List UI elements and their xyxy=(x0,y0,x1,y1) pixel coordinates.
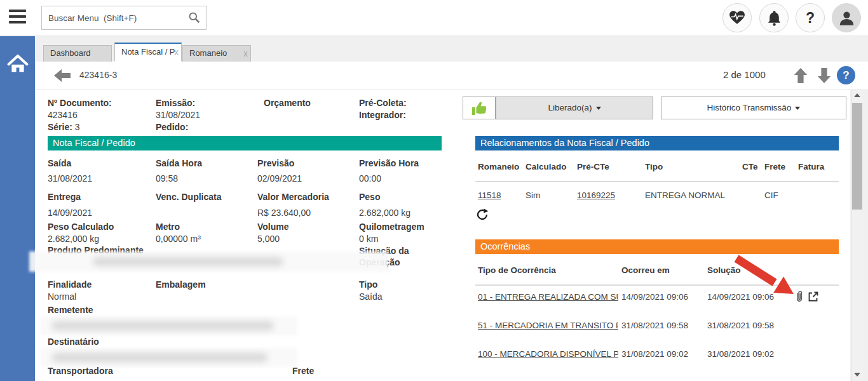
field-value: R$ 23.640,00 xyxy=(257,208,311,218)
user-profile-button[interactable] xyxy=(832,3,861,32)
annotation-arrow xyxy=(728,251,801,300)
occurrence-type-link[interactable]: 100 - MERCADORIA DISPONÍVEL PAR xyxy=(478,349,618,359)
user-avatar-icon xyxy=(838,10,855,27)
section-header-nota-fiscal: Nota Fiscal / Pedido xyxy=(48,136,442,150)
chevron-down-icon xyxy=(795,107,800,110)
scroll-up-arrow-icon[interactable] xyxy=(854,93,860,97)
field-value: 31/08/2021 xyxy=(156,110,200,120)
column-header: Ocorreu em xyxy=(621,265,670,275)
field-label: Orçamento xyxy=(264,98,311,108)
open-external-link-icon[interactable] xyxy=(808,291,819,302)
tab-close-icon[interactable]: X xyxy=(243,46,248,62)
field-value: 02/09/2021 xyxy=(257,173,302,184)
occurred-at-value: 14/09/2021 09:06 xyxy=(621,292,688,302)
field-value: 2.682,000 kg xyxy=(48,234,99,244)
home-icon xyxy=(6,53,29,74)
field-label: Saída xyxy=(48,158,71,168)
status-label: Liberado(a) xyxy=(548,103,592,112)
field-value: 2.682,000 kg xyxy=(359,208,410,218)
field-value: 5,000 xyxy=(257,234,280,244)
field-label: Nº Documento: xyxy=(48,98,112,108)
solution-at-value: 31/08/2021 09:02 xyxy=(707,349,774,359)
column-header: Pré-CTe xyxy=(577,162,609,171)
column-header: Fatura xyxy=(798,162,824,171)
occurrence-type-link[interactable]: 01 - ENTREGA REALIZADA COM SUC xyxy=(478,292,618,302)
occurred-at-value: 31/08/2021 09:58 xyxy=(621,321,688,330)
field-value: Normal xyxy=(48,291,76,302)
next-record-arrow-icon[interactable] xyxy=(817,68,832,83)
field-label: Peso xyxy=(359,192,380,202)
related-info-panel: Liberado(a) Histórico Transmissão Relaci… xyxy=(463,97,850,381)
thumbs-up-icon xyxy=(471,100,488,117)
tab-label: Nota Fiscal / P xyxy=(121,47,175,57)
frete-value: CIF xyxy=(764,190,778,200)
help-button[interactable]: ? xyxy=(796,3,825,32)
record-counter: 2 de 1000 xyxy=(723,69,766,80)
vertical-scrollbar[interactable] xyxy=(851,89,863,381)
field-label: Frete xyxy=(292,366,314,376)
back-arrow-icon[interactable] xyxy=(54,69,71,82)
tab-bar: Dashboard Nota Fiscal / P X Romaneio X xyxy=(35,36,868,62)
prev-record-arrow-icon[interactable] xyxy=(793,68,808,83)
column-header: Calculado xyxy=(526,162,567,171)
tab-close-icon[interactable]: X xyxy=(174,44,179,61)
field-label: Emissão: xyxy=(156,98,195,108)
refresh-icon[interactable] xyxy=(476,208,489,221)
transmission-history-dropdown-button[interactable]: Histórico Transmissão xyxy=(661,97,846,119)
redacted-remetente-value xyxy=(40,316,297,335)
redacted-produto-value xyxy=(29,251,388,272)
field-value: 09:58 xyxy=(156,173,178,184)
scroll-down-arrow-icon[interactable] xyxy=(854,373,860,377)
occurrence-type-link[interactable]: 51 - MERCADORIA EM TRANSITO PA xyxy=(478,321,618,330)
column-header: CTe xyxy=(742,162,758,171)
field-label: Entrega xyxy=(48,192,81,202)
column-header: Romaneio xyxy=(478,162,519,171)
field-value: 3 xyxy=(75,122,80,132)
health-status-button[interactable] xyxy=(722,3,752,32)
hamburger-menu-icon[interactable] xyxy=(9,10,27,25)
field-label: Volume xyxy=(257,222,289,232)
field-label: Destinatário xyxy=(48,337,99,347)
field-label: Previsão xyxy=(257,158,294,168)
history-label: Histórico Transmissão xyxy=(707,103,792,112)
field-value: Saída xyxy=(359,291,383,302)
question-icon: ? xyxy=(843,69,849,81)
tipo-value: ENTREGA NORMAL xyxy=(645,190,725,200)
app-window: ? Dashboard Nota Fiscal / P X Romaneio xyxy=(0,0,868,381)
tab-dashboard[interactable]: Dashboard xyxy=(43,45,112,62)
column-header: Frete xyxy=(764,162,785,171)
field-label: Previsão Hora xyxy=(359,158,419,168)
field-label: Finalidade xyxy=(48,279,92,290)
tab-label: Romaneio xyxy=(189,48,227,58)
field-label: Saída Hora xyxy=(156,158,202,168)
field-label: Integrador: xyxy=(359,110,406,120)
romaneio-link[interactable]: 11518 xyxy=(478,190,501,200)
topbar: ? xyxy=(0,0,868,36)
heart-pulse-icon xyxy=(729,10,745,25)
pre-cte-link[interactable]: 10169225 xyxy=(577,190,615,200)
field-label: Tipo xyxy=(359,279,377,290)
field-label: Metro xyxy=(156,222,180,232)
bell-icon xyxy=(767,10,782,26)
status-dropdown-button[interactable]: Liberado(a) xyxy=(496,97,653,119)
tab-nota-fiscal[interactable]: Nota Fiscal / P X xyxy=(114,43,182,62)
menu-search-input[interactable] xyxy=(47,6,177,29)
page-help-button[interactable]: ? xyxy=(837,66,855,84)
menu-search-box xyxy=(41,6,207,30)
notifications-button[interactable] xyxy=(759,3,789,32)
table-header-divider xyxy=(475,181,839,182)
scrollbar-thumb[interactable] xyxy=(852,103,862,210)
redacted-destinatario-value xyxy=(40,348,297,367)
approve-thumbs-up-button[interactable] xyxy=(463,97,496,119)
tab-label: Dashboard xyxy=(50,48,91,58)
field-value: 00:00 xyxy=(359,173,381,184)
field-value: 0 km xyxy=(359,234,378,244)
record-nav-row: 423416-3 2 de 1000 ? xyxy=(35,62,868,90)
column-header: Tipo xyxy=(645,162,663,171)
search-icon[interactable] xyxy=(188,11,200,23)
home-button[interactable] xyxy=(6,53,29,74)
tab-romaneio[interactable]: Romaneio X xyxy=(182,45,251,62)
field-label: Transportadora xyxy=(48,366,113,376)
calculado-value: Sim xyxy=(526,190,540,200)
field-label: Pré-Coleta: xyxy=(359,98,407,108)
